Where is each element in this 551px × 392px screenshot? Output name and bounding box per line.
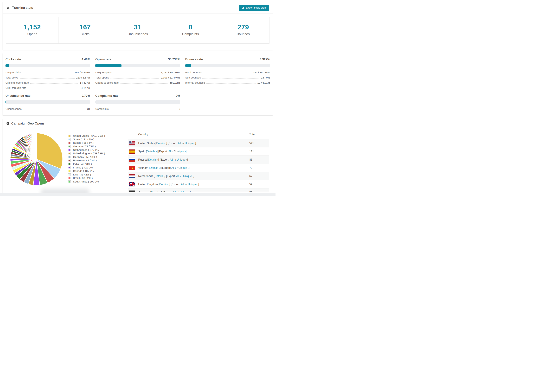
stat-value: 31 <box>111 23 164 31</box>
details-link[interactable]: Details › <box>156 142 166 145</box>
campaign-geo-opens-card: Campaign Geo Opens United States ( 541 /… <box>3 119 273 195</box>
geo-table-row-nl: Netherlands [Details ›] [Export: All › /… <box>128 172 269 180</box>
export-all-link[interactable]: All › <box>171 166 176 169</box>
geo-pie-chart <box>10 130 63 192</box>
rate-stat-value: 19 / 6.81% <box>257 81 270 84</box>
export-all-link[interactable]: All › <box>178 142 183 145</box>
legend-swatch <box>68 170 71 172</box>
rate-value: 30.736% <box>168 58 180 61</box>
export-all-link[interactable]: All › <box>170 158 175 161</box>
rate-stat-row: Soft bounces18 / 0% <box>185 76 270 79</box>
stat-cell-complaints: 0Complaints <box>164 17 217 43</box>
country-name: United States <box>138 142 155 145</box>
legend-item: Germany ( 55 / 3% ) <box>68 155 123 159</box>
geo-content: United States ( 541 / 31% )Spain ( 121 /… <box>3 128 273 195</box>
stat-label: Bounces <box>217 32 269 36</box>
legend-label: Romania ( 49 / 3% ) <box>73 159 97 162</box>
geo-table-row-es: Spain [Details ›] [Export: All › / Uniqu… <box>128 147 269 155</box>
export-unique-link[interactable]: Unique › <box>183 175 193 177</box>
rate-stat-value: 4.147% <box>81 86 90 89</box>
rate-stat-row: Total clicks220 / 5.87% <box>6 76 90 79</box>
rate-stat-value: 2,303 / 61.446% <box>161 76 180 79</box>
legend-label: Brazil ( 33 / 2% ) <box>73 176 93 180</box>
geo-table-row-us: United States [Details ›] [Export: All ›… <box>128 139 269 147</box>
export-unique-link[interactable]: Unique › <box>178 166 189 169</box>
export-unique-link[interactable]: Unique › <box>177 158 187 161</box>
country-total: 79 <box>249 166 269 169</box>
rate-stat-label: Opens to clicks rate <box>95 81 119 84</box>
details-link[interactable]: Details › <box>147 150 157 153</box>
legend-swatch <box>68 166 71 169</box>
rate-stat-value: 1,152 / 30.736% <box>161 71 180 74</box>
export-unique-link[interactable]: Unique › <box>175 150 186 153</box>
rate-stat-label: Total opens <box>95 76 109 79</box>
flag-icon-nl <box>129 174 135 178</box>
details-link[interactable]: Details › <box>150 166 160 169</box>
rate-stat-label: Total clicks <box>6 76 18 79</box>
pie-slice <box>36 133 36 159</box>
rate-stat-label: Hard bounces <box>185 71 202 74</box>
details-link[interactable]: Details › <box>159 183 170 186</box>
export-unique-link[interactable]: Unique › <box>188 183 198 186</box>
rate-title: Opens rate <box>95 58 111 61</box>
country-cell: Vietnam [Details ›] [Export: All › / Uni… <box>138 166 249 169</box>
rate-value: 0% <box>176 94 180 98</box>
dotted-leader <box>23 73 73 73</box>
stat-value: 1,152 <box>6 23 58 31</box>
rate-progress-fill <box>6 100 6 104</box>
country-total: 55 <box>249 191 269 192</box>
map-pin-icon <box>7 122 9 125</box>
rate-stat-label: Unique opens <box>95 71 112 74</box>
legend-label: Netherlands ( 67 / 4% ) <box>73 148 100 152</box>
export-all-link[interactable]: All › <box>176 175 181 177</box>
geo-table-header: CountryTotal <box>128 130 269 139</box>
rates-grid: Clicks rate4.46%Unique clicks167 / 4.456… <box>6 58 270 110</box>
rate-value: 6.927% <box>260 58 270 61</box>
country-cell: Germany [Details ›] [Export: All › / Uni… <box>138 191 249 192</box>
export-all-link[interactable]: All › <box>168 150 173 153</box>
flag-icon-es <box>129 149 135 154</box>
legend-item: Vietnam ( 79 / 5% ) <box>68 145 123 148</box>
legend-item: Russia ( 86 / 5% ) <box>68 141 123 145</box>
country-column-header: Country <box>128 133 249 136</box>
rate-stat-row: Total opens2,303 / 61.446% <box>95 76 180 79</box>
export-unique-link[interactable]: Unique › <box>180 191 190 192</box>
tracking-stats-card: Tracking stats Export basic stats 1,152O… <box>3 2 273 50</box>
rate-value: 0.77% <box>82 94 90 98</box>
country-name: Spain <box>138 150 145 153</box>
geo-section-title: Campaign Geo Opens <box>11 122 44 125</box>
country-cell: Netherlands [Details ›] [Export: All › /… <box>138 175 249 178</box>
page-title: Tracking stats <box>12 6 33 10</box>
tracking-stats-header: Tracking stats Export basic stats <box>3 2 273 14</box>
country-total: 67 <box>249 175 269 178</box>
stat-value: 279 <box>217 23 269 31</box>
page-bottom-band <box>0 193 276 196</box>
rate-block-clicks-rate: Clicks rate4.46%Unique clicks167 / 4.456… <box>6 58 90 89</box>
rate-stat-value: 689.82% <box>170 81 180 84</box>
details-link[interactable]: Details › <box>148 158 158 161</box>
flag-icon-de <box>129 190 135 192</box>
rates-card: Clicks rate4.46%Unique clicks167 / 4.456… <box>3 53 273 116</box>
rate-stat-row: Unique clicks167 / 4.456% <box>6 71 90 74</box>
rate-stat-label: Soft bounces <box>185 76 201 79</box>
rate-stat-row: Hard bounces242 / 86.738% <box>185 71 270 74</box>
export-basic-stats-button[interactable]: Export basic stats <box>239 5 269 11</box>
stat-cell-opens: 1,152Opens <box>6 17 59 43</box>
stat-label: Opens <box>6 32 58 36</box>
details-link[interactable]: Details › <box>151 191 161 192</box>
country-name: United Kingdom <box>138 183 158 186</box>
export-unique-link[interactable]: Unique › <box>185 142 195 145</box>
legend-label: Germany ( 55 / 3% ) <box>73 155 97 159</box>
rate-progress-fill <box>6 64 9 67</box>
rate-stat-value: 0 <box>179 107 180 110</box>
country-name: Russia <box>138 158 147 161</box>
country-total: 59 <box>249 183 269 186</box>
legend-item: Romania ( 49 / 3% ) <box>68 159 123 162</box>
rate-stat-label: Clicks to opens rate <box>6 81 29 84</box>
export-all-link[interactable]: All › <box>181 183 186 186</box>
details-link[interactable]: Details › <box>155 175 165 177</box>
dotted-leader <box>110 110 177 110</box>
export-all-link[interactable]: All › <box>173 191 177 192</box>
legend-item: France ( 42 / 2% ) <box>68 166 123 169</box>
geo-country-table: CountryTotalUnited States [Details ›] [E… <box>128 130 269 192</box>
